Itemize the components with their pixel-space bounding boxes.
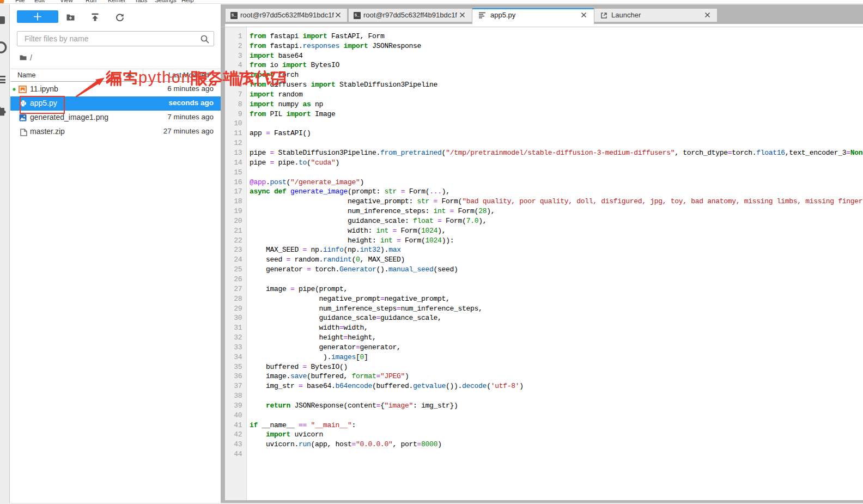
svg-text:python: python — [138, 69, 191, 86]
